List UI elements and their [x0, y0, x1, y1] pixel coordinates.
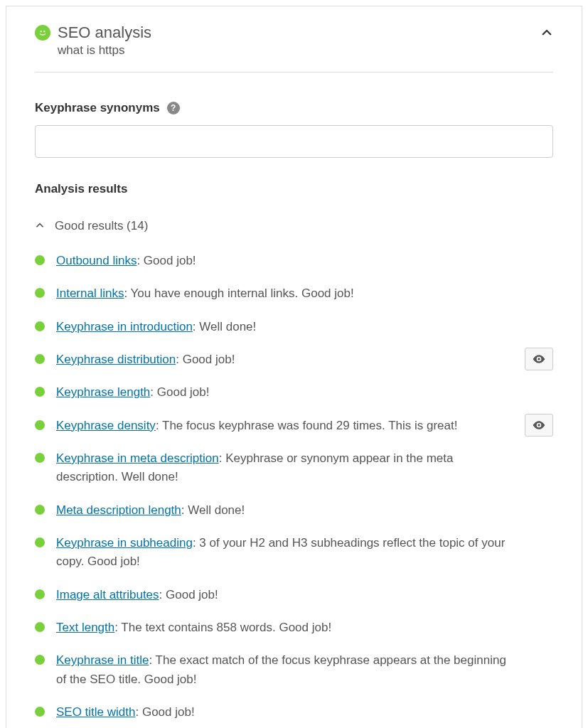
result-link[interactable]: Keyphrase in subheading [56, 536, 193, 550]
result-description: : Good job! [159, 588, 218, 601]
result-item: Keyphrase distribution: Good job! [35, 350, 553, 369]
result-text: Image alt attributes: Good job! [56, 586, 553, 604]
result-text: Keyphrase in subheading: 3 of your H2 an… [56, 534, 553, 572]
smiley-icon [35, 25, 50, 41]
results-list: Outbound links: Good job!Internal links:… [35, 252, 553, 728]
result-link[interactable]: SEO title width [56, 705, 136, 719]
svg-point-0 [41, 31, 42, 32]
help-icon[interactable]: ? [167, 102, 180, 114]
result-link[interactable]: Keyphrase in meta description [56, 451, 219, 465]
status-bullet-good [35, 505, 45, 515]
eye-icon-button[interactable] [525, 348, 553, 370]
result-text: Keyphrase density: The focus keyphrase w… [56, 417, 553, 435]
status-bullet-good [35, 589, 45, 599]
result-item: Internal links: You have enough internal… [35, 284, 553, 303]
result-link[interactable]: Keyphrase length [56, 385, 150, 399]
result-item: SEO title width: Good job! [35, 703, 553, 722]
status-bullet-good [35, 387, 45, 397]
result-link[interactable]: Internal links [56, 287, 124, 300]
svg-point-3 [538, 424, 540, 426]
result-text: Internal links: You have enough internal… [56, 284, 553, 303]
result-item: Keyphrase in subheading: 3 of your H2 an… [35, 534, 553, 572]
result-item: Outbound links: Good job! [35, 252, 553, 270]
status-bullet-good [35, 537, 45, 547]
result-link[interactable]: Keyphrase in title [56, 653, 149, 667]
result-description: : Good job! [137, 254, 196, 267]
status-bullet-good [35, 453, 45, 463]
status-bullet-good [35, 255, 45, 265]
result-item: Keyphrase in title: The exact match of t… [35, 651, 553, 689]
panel-header[interactable]: SEO analysis what is https [35, 6, 553, 73]
chevron-up-icon [35, 220, 45, 232]
panel-subtitle: what is https [58, 43, 553, 58]
seo-analysis-panel: SEO analysis what is https Keyphrase syn… [6, 6, 582, 728]
status-bullet-good [35, 354, 45, 364]
result-link[interactable]: Meta description length [56, 503, 181, 517]
synonyms-input[interactable] [35, 125, 553, 158]
result-link[interactable]: Text length [56, 621, 114, 634]
panel-title: SEO analysis [58, 23, 553, 42]
result-description: : Well done! [181, 503, 245, 517]
result-item: Text length: The text contains 858 words… [35, 619, 553, 637]
result-description: : The text contains 858 words. Good job! [114, 621, 331, 634]
result-link[interactable]: Keyphrase density [56, 419, 156, 432]
result-description: : Good job! [150, 385, 209, 399]
status-bullet-good [35, 707, 45, 717]
result-link[interactable]: Image alt attributes [56, 588, 159, 601]
result-text: Keyphrase in introduction: Well done! [56, 318, 553, 336]
result-text: Keyphrase in title: The exact match of t… [56, 651, 553, 689]
good-results-label: Good results (14) [55, 219, 148, 233]
result-text: SEO title width: Good job! [56, 703, 553, 722]
result-link[interactable]: Outbound links [56, 254, 137, 267]
svg-point-2 [538, 358, 540, 360]
result-description: : Well done! [193, 320, 256, 333]
result-description: : You have enough internal links. Good j… [124, 287, 353, 300]
result-text: Meta description length: Well done! [56, 501, 553, 520]
result-link[interactable]: Keyphrase distribution [56, 353, 176, 366]
synonyms-label: Keyphrase synonyms [35, 101, 160, 115]
synonyms-label-row: Keyphrase synonyms ? [35, 101, 553, 115]
status-bullet-good [35, 288, 45, 298]
result-description: : Good job! [136, 705, 195, 719]
result-text: Text length: The text contains 858 words… [56, 619, 553, 637]
svg-point-1 [43, 31, 45, 32]
result-item: Meta description length: Well done! [35, 501, 553, 520]
status-bullet-good [35, 321, 45, 331]
result-text: Keyphrase distribution: Good job! [56, 350, 553, 369]
eye-icon-button[interactable] [525, 414, 553, 437]
status-bullet-good [35, 622, 45, 632]
status-bullet-good [35, 655, 45, 665]
result-description: : Good job! [176, 353, 235, 366]
good-results-toggle[interactable]: Good results (14) [35, 219, 553, 233]
result-text: Keyphrase in meta description: Keyphrase… [56, 449, 553, 487]
result-description: : The focus keyphrase was found 29 times… [156, 419, 458, 432]
result-text: Keyphrase length: Good job! [56, 383, 553, 402]
result-item: Keyphrase in meta description: Keyphrase… [35, 449, 553, 487]
result-text: Outbound links: Good job! [56, 252, 553, 270]
result-item: Keyphrase length: Good job! [35, 383, 553, 402]
status-bullet-good [35, 420, 45, 430]
chevron-up-icon[interactable] [540, 26, 553, 43]
result-item: Image alt attributes: Good job! [35, 586, 553, 604]
result-item: Keyphrase density: The focus keyphrase w… [35, 417, 553, 435]
result-link[interactable]: Keyphrase in introduction [56, 320, 193, 333]
result-item: Keyphrase in introduction: Well done! [35, 318, 553, 336]
analysis-results-heading: Analysis results [35, 182, 553, 196]
